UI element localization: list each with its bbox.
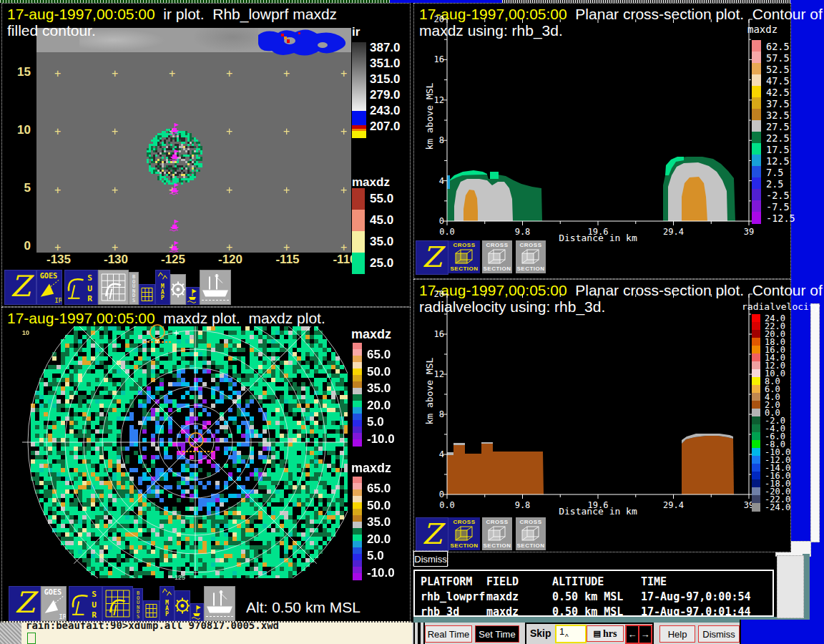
y-tick-label: 16: [424, 54, 444, 64]
surveillance-button[interactable]: SUR: [64, 270, 98, 305]
zebra-logo-button[interactable]: Z: [416, 240, 448, 275]
skip-value-input[interactable]: 1: [555, 625, 587, 643]
grid-small-button[interactable]: [139, 284, 155, 305]
colorbar-segment: [752, 109, 761, 121]
cross-section-button[interactable]: CROSSSECTION: [482, 240, 512, 273]
skip-label: Skip: [530, 628, 551, 639]
grid-radar-button[interactable]: [98, 270, 129, 305]
buoy-button[interactable]: [186, 287, 200, 305]
step-back-button[interactable]: ←: [625, 625, 639, 644]
step-forward-button[interactable]: →: [638, 625, 652, 644]
panel-subtitle: filled contour.: [7, 22, 96, 39]
grid-plus-marker: +: [112, 125, 118, 138]
cross-label: CROSS: [520, 519, 542, 525]
colorbar-segment: [752, 200, 761, 213]
svg-text:Z: Z: [422, 241, 446, 273]
svg-text:GOES: GOES: [40, 272, 58, 280]
zebra-logo-button[interactable]: Z: [9, 586, 41, 621]
ship-button[interactable]: [200, 270, 231, 305]
goes-ir-button[interactable]: GOESIR: [41, 586, 67, 621]
desktop-blue-corner: [740, 620, 824, 644]
x-tick-label: 0.0: [430, 227, 464, 237]
bounds-button[interactable]: BOUNDS: [129, 272, 139, 305]
set-time-button[interactable]: Set Time: [475, 625, 519, 643]
colorbar-segment: [752, 155, 761, 167]
cross-label: CROSS: [453, 242, 476, 248]
grid-plus-marker: +: [340, 67, 347, 80]
colorbar-label: 65.0: [367, 482, 391, 496]
bounds-button[interactable]: BOUNDS: [133, 588, 143, 621]
map-button[interactable]: MAP: [160, 586, 175, 621]
help-button[interactable]: Help: [659, 625, 695, 643]
terminal-cursor: [27, 633, 36, 644]
ir-colorbar-label: 243.0: [370, 104, 401, 118]
x-axis-title: Distance in km: [544, 233, 652, 243]
grid-small-button[interactable]: [143, 600, 160, 621]
skip-caret[interactable]: ^: [565, 633, 569, 641]
cross-section-button[interactable]: CROSSSECTION: [516, 517, 546, 550]
goes-ir-button[interactable]: GOESIR: [36, 270, 62, 305]
toolbar: ZGOESIRSURBOUNDSMAP: [6, 586, 250, 620]
grip[interactable]: [413, 623, 419, 644]
platform-marker-label: [144, 341, 172, 343]
maxdz-colorbar-title: maxdz: [352, 175, 390, 190]
terminal-window[interactable]: rain:beaufait:90>xdump.all 970817.0005.x…: [0, 621, 412, 644]
svg-text:U: U: [92, 600, 97, 610]
table-cell: rhb_lowprf: [421, 590, 485, 603]
grid-radar-button[interactable]: [102, 586, 133, 621]
document-icon: ▤: [594, 629, 601, 638]
x-tick-label: 29.4: [657, 227, 691, 237]
y-tick-label: 0: [424, 216, 444, 226]
time-control-bar: Real Time Set Time Skip 1 ^ ▤hrs ← → Hel…: [412, 623, 740, 644]
status-table: PLATFORMFIELDALTITUDETIMErhb_lowprfmaxdz…: [413, 570, 774, 617]
colorbar-label: 55.0: [370, 192, 393, 206]
colorbar-segment: [752, 385, 760, 394]
section-label: SECTION: [450, 265, 478, 272]
y-tick-label: 12: [424, 95, 444, 105]
satellite-map[interactable]: ++++++++++++++++++++++++: [36, 28, 351, 253]
colorbar-segment: [752, 120, 761, 132]
y-tick-label: 5: [6, 181, 31, 195]
grid-plus-marker: +: [54, 184, 61, 197]
real-time-button[interactable]: Real Time: [425, 625, 472, 643]
y-tick-label: 0: [424, 489, 444, 499]
ir-colorbar-label: 279.0: [370, 88, 401, 102]
cross-section-button[interactable]: CROSSSECTION: [448, 240, 480, 273]
gear-button[interactable]: [175, 590, 190, 621]
cross-section-button[interactable]: CROSSSECTION: [448, 517, 480, 550]
gear-button[interactable]: [170, 274, 186, 305]
table-scrollbar[interactable]: [777, 555, 804, 618]
surveillance-button[interactable]: SUR: [69, 586, 102, 621]
zebra-logo-button[interactable]: Z: [4, 270, 36, 305]
grip[interactable]: [419, 623, 425, 644]
dismiss-bar-button[interactable]: Dismiss: [698, 625, 740, 643]
x-tick-label: 39: [732, 500, 766, 510]
cross-section-button[interactable]: CROSSSECTION: [482, 517, 512, 550]
hrs-button[interactable]: ▤hrs: [587, 625, 624, 642]
ship-marker: [169, 122, 180, 135]
x-tick-label: 39: [732, 227, 766, 237]
grid-plus-marker: +: [169, 67, 175, 80]
buoy-button[interactable]: [190, 603, 204, 621]
ir-colorbar-label: 207.0: [370, 119, 401, 134]
colorbar-label: -7.5: [766, 201, 790, 213]
ship-button[interactable]: [204, 586, 235, 621]
ir-colorbar-blue: [352, 111, 366, 125]
colorbar-label: 35.0: [367, 515, 391, 530]
zebra-logo-button[interactable]: Z: [416, 517, 448, 552]
colorbar-label: 35.0: [367, 381, 391, 396]
ir-colorbar-title: ir: [352, 25, 360, 39]
map-button[interactable]: MAP: [155, 270, 170, 305]
colorbar-segment: [752, 361, 760, 370]
grid-plus-marker: +: [283, 184, 290, 197]
dismiss-button[interactable]: Dismiss: [413, 551, 448, 567]
colorbar-label: 57.5: [766, 52, 790, 64]
colorbar-label: 20.0: [367, 399, 391, 413]
skip-group: Skip 1 ^ ▤hrs ← →: [525, 623, 654, 644]
x-axis-title: Distance in km: [544, 506, 652, 517]
grid-plus-marker: +: [340, 125, 347, 138]
cross-section-button[interactable]: CROSSSECTION: [516, 240, 546, 273]
colorbar-segment: [752, 177, 761, 190]
colorbar-segment: [352, 253, 365, 274]
scrollbar-track-strip[interactable]: [810, 303, 820, 542]
